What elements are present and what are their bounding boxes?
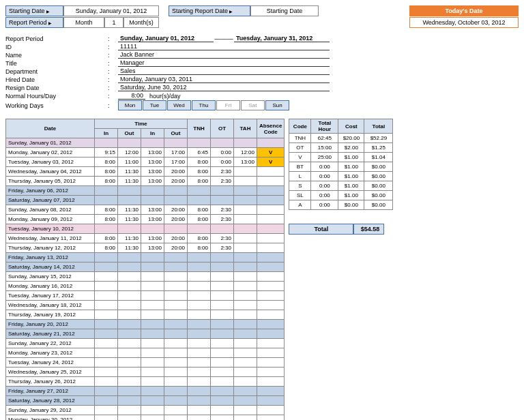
cell-out2[interactable] bbox=[164, 348, 188, 358]
cell-out2[interactable]: 17:00 bbox=[164, 148, 188, 158]
cell-out1[interactable] bbox=[118, 387, 141, 396]
cell-out2[interactable]: 20:00 bbox=[164, 215, 188, 224]
cell-in1[interactable]: 8:00 bbox=[95, 158, 118, 167]
cell-out1[interactable] bbox=[118, 291, 141, 301]
cell-in1[interactable] bbox=[95, 387, 118, 396]
cell-out1[interactable] bbox=[118, 138, 141, 148]
cell-in1[interactable] bbox=[95, 406, 118, 415]
cell-in1[interactable] bbox=[95, 291, 118, 301]
cell-out2[interactable] bbox=[164, 415, 188, 421]
cell-out2[interactable] bbox=[164, 291, 188, 301]
cell-out1[interactable] bbox=[118, 368, 141, 377]
cell-out1[interactable] bbox=[118, 262, 141, 272]
cell-out2[interactable] bbox=[164, 282, 188, 291]
cell-in1[interactable]: 8:00 bbox=[95, 243, 118, 253]
cell-out2[interactable] bbox=[164, 387, 188, 396]
cell-out1[interactable]: 12:00 bbox=[118, 148, 141, 158]
cell-out1[interactable] bbox=[118, 196, 141, 205]
cell-out2[interactable] bbox=[164, 196, 188, 205]
cell-in1[interactable] bbox=[95, 358, 118, 368]
day-mon[interactable]: Mon bbox=[118, 100, 142, 110]
cell-out2[interactable] bbox=[164, 406, 188, 415]
cell-out2[interactable] bbox=[164, 339, 188, 348]
month-label[interactable]: Month bbox=[63, 17, 104, 28]
month-number[interactable]: 1 bbox=[104, 17, 123, 28]
cell-in2[interactable] bbox=[141, 320, 164, 329]
cell-in2[interactable] bbox=[141, 262, 164, 272]
cell-in1[interactable]: 8:00 bbox=[95, 215, 118, 224]
cell-out2[interactable]: 20:00 bbox=[164, 177, 188, 186]
cell-out1[interactable]: 11:00 bbox=[118, 158, 141, 167]
cell-in2[interactable] bbox=[141, 387, 164, 396]
cell-in2[interactable] bbox=[141, 348, 164, 358]
cell-out1[interactable] bbox=[118, 329, 141, 339]
cell-out2[interactable] bbox=[164, 253, 188, 262]
cell-out1[interactable] bbox=[118, 310, 141, 320]
starting-date-value[interactable]: Sunday, January 01, 2012 bbox=[63, 5, 159, 16]
cell-out2[interactable] bbox=[164, 329, 188, 339]
cell-in1[interactable] bbox=[95, 339, 118, 348]
cell-in1[interactable] bbox=[95, 282, 118, 291]
cell-in2[interactable] bbox=[141, 310, 164, 320]
cell-in2[interactable] bbox=[141, 186, 164, 196]
cell-out2[interactable]: 20:00 bbox=[164, 205, 188, 215]
cell-out1[interactable] bbox=[118, 339, 141, 348]
day-sun[interactable]: Sun bbox=[265, 100, 289, 110]
cell-in1[interactable] bbox=[95, 368, 118, 377]
cell-out1[interactable] bbox=[118, 348, 141, 358]
cell-in2[interactable] bbox=[141, 368, 164, 377]
cell-in2[interactable] bbox=[141, 291, 164, 301]
cell-out1[interactable]: 11:30 bbox=[118, 167, 141, 177]
cell-out1[interactable] bbox=[118, 396, 141, 406]
cell-in2[interactable] bbox=[141, 339, 164, 348]
cell-in1[interactable] bbox=[95, 329, 118, 339]
cell-in1[interactable] bbox=[95, 262, 118, 272]
cell-out1[interactable] bbox=[118, 186, 141, 196]
cell-in1[interactable] bbox=[95, 396, 118, 406]
cell-in2[interactable] bbox=[141, 301, 164, 310]
day-sat[interactable]: Sat bbox=[241, 100, 265, 110]
cell-in1[interactable]: 8:00 bbox=[95, 167, 118, 177]
cell-out2[interactable] bbox=[164, 272, 188, 282]
cell-out1[interactable] bbox=[118, 377, 141, 387]
cell-in2[interactable] bbox=[141, 253, 164, 262]
cell-in2[interactable] bbox=[141, 406, 164, 415]
cell-in2[interactable] bbox=[141, 396, 164, 406]
cell-in2[interactable] bbox=[141, 272, 164, 282]
cell-out2[interactable] bbox=[164, 368, 188, 377]
cell-out2[interactable]: 20:00 bbox=[164, 167, 188, 177]
cell-out2[interactable] bbox=[164, 320, 188, 329]
day-thu[interactable]: Thu bbox=[192, 100, 216, 110]
cell-out2[interactable] bbox=[164, 310, 188, 320]
cell-in1[interactable] bbox=[95, 272, 118, 282]
cell-in1[interactable]: 8:00 bbox=[95, 234, 118, 243]
cell-in2[interactable] bbox=[141, 329, 164, 339]
cell-in1[interactable] bbox=[95, 348, 118, 358]
cell-out1[interactable]: 11:30 bbox=[118, 215, 141, 224]
cell-out1[interactable] bbox=[118, 224, 141, 234]
cell-in2[interactable] bbox=[141, 196, 164, 205]
cell-out2[interactable] bbox=[164, 224, 188, 234]
cell-out2[interactable] bbox=[164, 262, 188, 272]
cell-in2[interactable]: 13:00 bbox=[141, 158, 164, 167]
cell-out2[interactable] bbox=[164, 377, 188, 387]
cell-out2[interactable]: 17:00 bbox=[164, 158, 188, 167]
cell-in1[interactable]: 8:00 bbox=[95, 205, 118, 215]
cell-out1[interactable]: 11:30 bbox=[118, 177, 141, 186]
cell-out1[interactable] bbox=[118, 406, 141, 415]
starting-report-date-value[interactable]: Starting Date bbox=[250, 5, 319, 16]
cell-in1[interactable] bbox=[95, 320, 118, 329]
cell-in1[interactable] bbox=[95, 186, 118, 196]
cell-out2[interactable]: 20:00 bbox=[164, 234, 188, 243]
day-fri[interactable]: Fri bbox=[216, 100, 240, 110]
cell-in2[interactable] bbox=[141, 224, 164, 234]
cell-out2[interactable] bbox=[164, 138, 188, 148]
cell-in2[interactable]: 13:00 bbox=[141, 215, 164, 224]
cell-in2[interactable]: 13:00 bbox=[141, 205, 164, 215]
cell-out2[interactable] bbox=[164, 358, 188, 368]
cell-out2[interactable] bbox=[164, 396, 188, 406]
cell-in1[interactable]: 9:15 bbox=[95, 148, 118, 158]
cell-in1[interactable] bbox=[95, 224, 118, 234]
day-wed[interactable]: Wed bbox=[167, 100, 191, 110]
cell-out1[interactable] bbox=[118, 253, 141, 262]
